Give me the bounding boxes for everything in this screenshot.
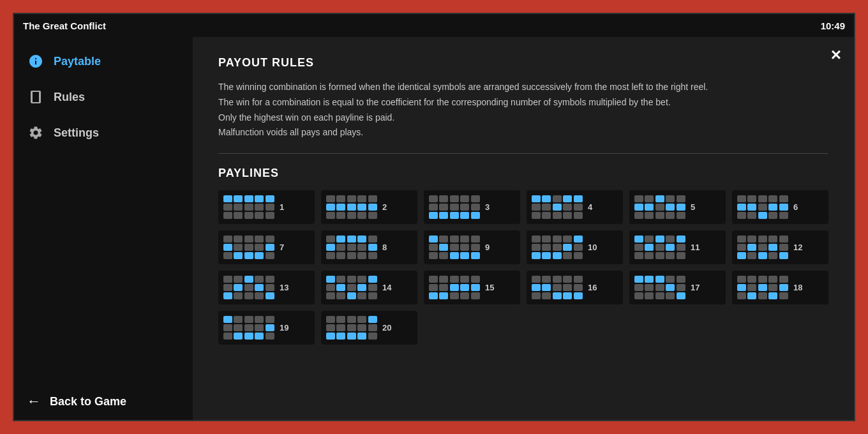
payline-sq [542,284,551,291]
payline-sq [244,204,253,211]
payline-sq [542,236,551,243]
payline-sq [758,284,767,291]
payline-grid-3 [429,195,480,219]
payline-sq [429,212,438,219]
payline-sq [553,244,562,251]
payline-grid-17 [634,276,685,299]
payline-sq [645,212,654,219]
book-icon [27,88,45,106]
payline-sq [655,204,664,211]
payline-sq [368,236,377,243]
payline-sq [768,236,777,243]
payline-number: 1 [280,202,284,212]
content-inner: PAYOUT RULES The winning combination is … [193,37,854,420]
payline-sq [460,244,469,251]
payline-sq [768,204,777,211]
payline-sq [779,195,788,202]
payline-sq [234,284,243,291]
payline-sq [450,292,459,299]
payline-number: 2 [382,202,387,212]
payline-sq [677,284,685,291]
payline-sq [532,276,541,283]
payline-sq [326,292,335,299]
payline-sq [634,195,643,202]
payline-sq [234,316,243,323]
payline-cell: 6 [732,190,828,224]
payline-sq [326,252,335,259]
back-label: Back to Game [50,395,126,408]
payline-sq [553,236,562,243]
payline-number: 14 [382,283,391,292]
payline-cell: 8 [321,230,417,264]
payline-cell: 3 [424,190,520,224]
payline-sq [634,244,643,251]
payline-sq [368,292,377,299]
payline-sq [326,276,335,283]
payline-sq [266,212,274,219]
payline-sq [634,292,643,299]
payline-sq [266,204,274,211]
payline-sq [450,236,459,243]
payline-grid-11 [634,236,685,259]
payline-sq [368,333,377,340]
payline-sq [634,204,643,211]
payline-sq [532,292,541,299]
payline-sq [747,276,756,283]
payline-sq [336,195,345,202]
payline-sq [779,204,788,211]
back-to-game-button[interactable]: ← Back to Game [14,383,193,420]
payline-sq [666,244,675,251]
payline-sq [347,252,356,259]
close-button[interactable]: × [831,46,841,64]
payline-sq [357,195,366,202]
payline-sq [266,292,274,299]
payline-sq [747,236,756,243]
payline-sq [563,252,572,259]
payline-grid-15 [429,276,480,299]
payline-sq [266,195,274,202]
sidebar-item-paytable[interactable]: Paytable [14,43,193,79]
payline-sq [244,212,253,219]
payline-number: 7 [280,243,284,252]
payline-sq [758,292,767,299]
payline-sq [368,324,377,331]
payline-sq [655,292,664,299]
payline-number: 4 [588,202,592,212]
payline-sq [244,324,253,331]
payline-cell: 15 [424,271,520,304]
payout-rules-title: PAYOUT RULES [218,56,828,70]
payline-sq [223,324,232,331]
main-content: Paytable Rules Settings ← [14,37,854,420]
payline-sq [368,316,377,323]
payline-sq [326,324,335,331]
payline-sq [532,284,541,291]
payline-sq [368,244,377,251]
payline-sq [347,236,356,243]
sidebar-item-rules[interactable]: Rules [14,79,193,115]
payline-number: 9 [485,243,490,252]
payline-sq [234,276,243,283]
payline-sq [563,284,572,291]
payline-sq [737,204,746,211]
payline-sq [666,195,675,202]
payline-sq [542,252,551,259]
payline-sq [347,212,356,219]
payline-sq [634,252,643,259]
payline-sq [542,212,551,219]
payline-cell: 19 [218,311,315,345]
payline-sq [747,292,756,299]
payline-sq [666,284,675,291]
payline-sq [255,244,264,251]
payline-sq [357,324,366,331]
payline-sq [542,204,551,211]
payline-sq [336,244,345,251]
payline-sq [460,204,469,211]
payline-sq [758,195,767,202]
payline-sq [758,204,767,211]
payline-sq [758,276,767,283]
sidebar: Paytable Rules Settings ← [14,37,193,420]
payline-sq [223,316,232,323]
clock: 10:49 [821,20,845,31]
payline-sq [563,195,572,202]
sidebar-item-settings[interactable]: Settings [14,115,193,151]
